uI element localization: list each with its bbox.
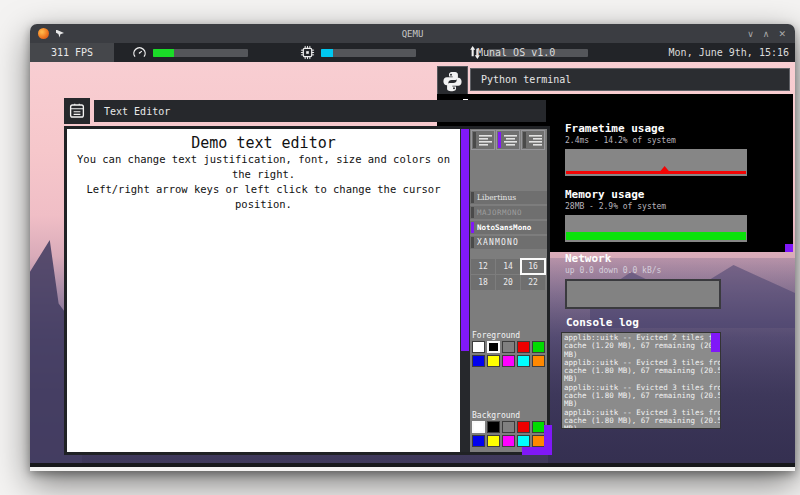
console-log-box[interactable]: applib::uitk -- Evicted 2 tiles from cac…: [561, 332, 721, 429]
python-terminal-titlebar[interactable]: Python terminal: [470, 68, 790, 91]
bg-color-gray[interactable]: [502, 421, 515, 433]
fg-color-magenta[interactable]: [502, 355, 515, 367]
bg-color-magenta[interactable]: [502, 435, 515, 447]
font-option-majormono[interactable]: MAJORMONO: [470, 206, 547, 219]
align-center-icon: [503, 134, 519, 146]
editor-resize-corner[interactable]: [522, 447, 552, 455]
clock: Mon, June 9th, 15:16: [669, 47, 789, 58]
minimize-button[interactable]: ∨: [747, 29, 754, 39]
editor-scrollbar-thumb[interactable]: [461, 129, 469, 351]
network-title: Network: [565, 252, 750, 265]
fg-color-black-selected[interactable]: [487, 341, 500, 353]
size-option[interactable]: 18: [471, 275, 495, 290]
fg-color-cyan[interactable]: [517, 355, 530, 367]
fg-color-gray[interactable]: [502, 341, 515, 353]
maximize-button[interactable]: ∧: [763, 29, 770, 39]
desktop: Python terminal >>> Frametime usage 2.4m…: [30, 62, 795, 467]
close-button[interactable]: ✕: [778, 29, 786, 39]
editor-heading: Demo text editor: [67, 134, 460, 152]
bg-color-cyan[interactable]: [517, 435, 530, 447]
cpu-usage-gauge: [132, 45, 248, 60]
editor-text-area[interactable]: Demo text editor You can change text jus…: [67, 129, 460, 452]
window-bottom-edge: [30, 463, 795, 467]
font-size-grid: 12 14 16 18 20 22: [471, 259, 545, 290]
terminal-resize-corner[interactable]: [785, 244, 793, 252]
justify-center-button[interactable]: [496, 130, 520, 150]
editor-body-line: You can change text justification, font,…: [67, 152, 460, 182]
align-left-icon: [478, 134, 494, 146]
fps-counter: 311 FPS: [30, 43, 114, 62]
python-terminal-app-icon[interactable]: [437, 66, 468, 97]
log-line: applib::uitk -- Evicted 3 tiles from: [564, 359, 720, 367]
font-option-notosansmono[interactable]: NotoSansMono: [470, 221, 547, 234]
cpu-usage-bar: [153, 49, 248, 57]
text-editor-app-icon[interactable]: [64, 98, 90, 124]
log-line: cache (1.80 MB), 67 remaining (20.59: [564, 367, 720, 375]
bg-color-red[interactable]: [517, 421, 530, 433]
log-line: MB): [564, 351, 720, 359]
console-scrollbar-thumb[interactable]: [711, 333, 720, 352]
system-topbar: 311 FPS Munal OS v1.0 Mon, June 9th, 15:…: [30, 43, 795, 62]
text-editor-title: Text Editor: [104, 106, 170, 117]
justify-left-button[interactable]: [471, 130, 495, 150]
frametime-subtitle: 2.4ms - 14.2% of system: [565, 136, 750, 145]
log-line: MB): [564, 375, 720, 383]
log-line: applib::uitk -- Evicted 3 tiles from: [564, 409, 720, 417]
size-option[interactable]: 22: [521, 275, 545, 290]
font-option-libertinus[interactable]: Libertinus: [470, 191, 547, 204]
fg-color-orange[interactable]: [532, 355, 545, 367]
text-editor-titlebar[interactable]: Text Editor: [94, 100, 546, 122]
bg-color-blue[interactable]: [472, 435, 485, 447]
editor-scrollbar[interactable]: [460, 129, 470, 452]
justify-right-button[interactable]: [521, 130, 545, 150]
memory-panel: Memory usage 28MB - 2.9% of system: [565, 188, 750, 242]
console-log-title: Console log: [566, 316, 751, 329]
bg-color-white-selected[interactable]: [472, 421, 485, 433]
editor-settings-panel: Libertinus MAJORMONO NotoSansMono XANMON…: [470, 129, 547, 452]
foreground-palette: [472, 341, 545, 367]
log-line: MB): [564, 400, 720, 408]
foreground-label: Foreground: [472, 331, 520, 340]
text-editor-window: Demo text editor You can change text jus…: [64, 126, 550, 455]
qemu-titlebar[interactable]: QEMU ∨ ∧ ✕: [30, 24, 795, 43]
python-icon: [442, 71, 463, 92]
console-log-panel: Console log applib::uitk -- Evicted 2 ti…: [561, 316, 751, 429]
size-option-selected[interactable]: 16: [521, 259, 545, 274]
fg-color-white[interactable]: [472, 341, 485, 353]
size-option[interactable]: 20: [496, 275, 520, 290]
memory-graph: [565, 215, 747, 242]
log-line: applib::uitk -- Evicted 3 tiles from: [564, 384, 720, 392]
log-line: cache (1.80 MB), 67 remaining (20.59: [564, 392, 720, 400]
bg-color-yellow[interactable]: [487, 435, 500, 447]
frametime-title: Frametime usage: [565, 122, 750, 135]
network-panel: Network up 0.0 down 0.0 kB/s: [565, 252, 750, 309]
font-option-xanmono[interactable]: XANMONO: [470, 236, 547, 249]
qemu-window-title: QEMU: [30, 29, 795, 39]
editor-body-line: Left/right arrow keys or left click to c…: [67, 182, 460, 212]
background-label: Background: [472, 411, 520, 420]
cpu-chip-icon: [300, 45, 315, 60]
log-line: MB): [564, 425, 720, 429]
memory-usage-bar: [321, 49, 416, 57]
network-graph: [565, 279, 721, 309]
fg-color-red[interactable]: [517, 341, 530, 353]
log-line: cache (1.20 MB), 67 remaining (20.59: [564, 342, 720, 350]
log-line: applib::uitk -- Evicted 2 tiles from: [564, 334, 720, 342]
size-option[interactable]: 12: [471, 259, 495, 274]
memory-usage-gauge: [300, 45, 416, 60]
fg-color-blue[interactable]: [472, 355, 485, 367]
frametime-panel: Frametime usage 2.4ms - 14.2% of system: [565, 122, 750, 176]
memory-subtitle: 28MB - 2.9% of system: [565, 202, 750, 211]
log-line: cache (1.80 MB), 67 remaining (20.59: [564, 417, 720, 425]
text-document-icon: [68, 102, 86, 120]
python-terminal-title: Python terminal: [481, 74, 571, 85]
memory-title: Memory usage: [565, 188, 750, 201]
bg-color-black[interactable]: [487, 421, 500, 433]
frametime-graph: [565, 149, 747, 176]
speedometer-icon: [132, 45, 147, 60]
fg-color-green[interactable]: [532, 341, 545, 353]
fg-color-yellow[interactable]: [487, 355, 500, 367]
align-right-icon: [528, 134, 544, 146]
size-option[interactable]: 14: [496, 259, 520, 274]
background-palette: [472, 421, 545, 447]
